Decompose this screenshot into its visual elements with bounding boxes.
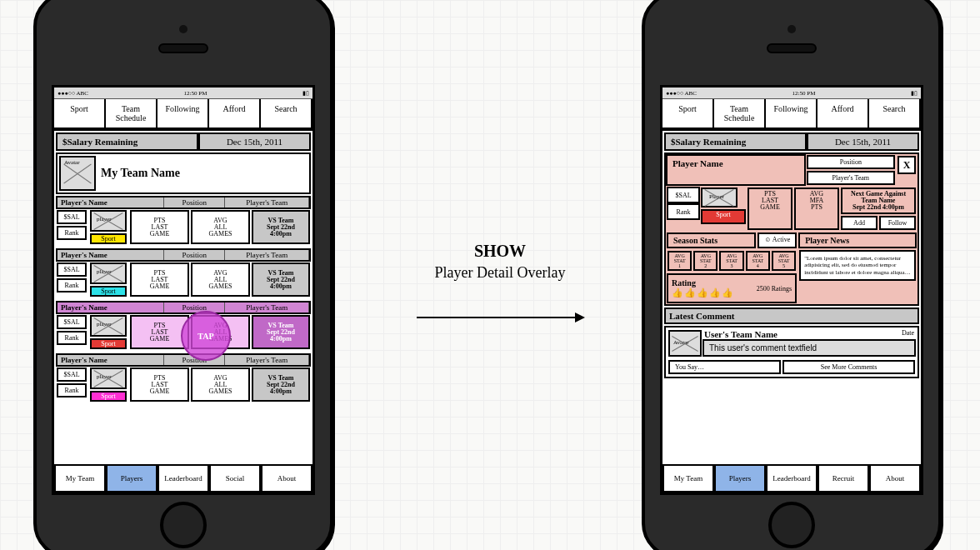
speaker	[767, 43, 817, 53]
avg-metric: AVG ALL GAMES	[191, 262, 250, 297]
player-row[interactable]: Player's Name Position Player's Team $SA…	[56, 196, 311, 245]
nav-my-team[interactable]: My Team	[662, 464, 714, 492]
nav-leaderboard[interactable]: Leaderboard	[158, 464, 209, 492]
rank-badge: Rank	[667, 203, 700, 220]
vs-team: VS Team Sept 22nd 4:00pm	[252, 368, 310, 402]
sal-badge: $SAL	[667, 187, 700, 203]
nav-social[interactable]: Social	[209, 464, 261, 492]
date-label: Dec 15th, 2011	[198, 132, 311, 151]
season-stats-title: Season Stats	[667, 232, 756, 248]
player-name: Player Name	[666, 154, 806, 186]
thumbs-icons: 👍👍👍👍👍	[672, 288, 734, 298]
speaker	[158, 43, 208, 53]
position-header: Position	[164, 250, 225, 260]
stat-pill: AVGSTAT3	[719, 251, 743, 271]
rank-badge: Rank	[57, 383, 87, 398]
player-row[interactable]: Player's Name Position Player's Team $SA…	[56, 301, 311, 350]
bottom-nav: My Team Players Leaderboard Social About	[54, 464, 312, 492]
team-name: My Team Name	[98, 154, 309, 192]
tab-following[interactable]: Following	[766, 99, 818, 129]
tab-team-schedule[interactable]: Team Schedule	[714, 99, 766, 129]
salary-remaining: $Salary Remaining	[56, 132, 198, 151]
tab-afford[interactable]: Afford	[818, 99, 869, 129]
tab-team-schedule[interactable]: Team Schedule	[106, 99, 158, 129]
date-label: Dec 15th, 2011	[807, 132, 919, 151]
position-header: Position	[164, 302, 225, 312]
close-button[interactable]: X	[898, 156, 916, 174]
add-button[interactable]: Add	[841, 216, 878, 230]
rank-badge: Rank	[57, 278, 87, 292]
annotation: SHOW Player Detail Overlay	[383, 242, 617, 282]
nav-about[interactable]: About	[869, 464, 921, 492]
player-name-header: Player's Name	[58, 250, 164, 260]
home-button[interactable]	[768, 502, 815, 548]
stat-pill: AVGSTAT5	[772, 251, 796, 271]
stat-pill: AVGSTAT1	[668, 251, 692, 271]
status-bar: ●●●○○ ABC 12:50 PM ▮▯	[662, 88, 921, 99]
follow-button[interactable]: Follow	[879, 216, 916, 230]
arrow-icon	[417, 317, 583, 318]
tab-sport[interactable]: Sport	[54, 99, 106, 129]
you-say-input[interactable]: You Say…	[668, 360, 781, 374]
sport-tag: Sport	[701, 209, 746, 224]
position-pill: Position	[807, 155, 895, 169]
vs-team: VS Team Sept 22nd 4:00pm	[252, 315, 310, 349]
sport-tag: Sport	[90, 233, 127, 244]
rating-count: 2500 Ratings	[757, 285, 792, 292]
home-button[interactable]	[160, 502, 207, 548]
tab-search[interactable]: Search	[869, 99, 921, 129]
team-header: Player's Team	[225, 250, 309, 260]
nav-about[interactable]: About	[261, 464, 312, 492]
active-badge: ☺ Active	[758, 232, 797, 248]
tab-following[interactable]: Following	[158, 99, 209, 129]
vs-team: VS Team Sept 22nd 4:00pm	[252, 262, 310, 297]
player-team-pill: Player's Team	[807, 171, 895, 185]
nav-players[interactable]: Players	[106, 464, 158, 492]
position-header: Position	[164, 198, 225, 208]
player-name-header: Player's Name	[58, 302, 164, 312]
sal-badge: $SAL	[57, 315, 87, 329]
tab-afford[interactable]: Afford	[209, 99, 261, 129]
nav-players[interactable]: Players	[714, 464, 766, 492]
player-avatar: player	[90, 368, 127, 389]
avg-metric: AVG ALL GAMES	[191, 210, 250, 244]
battery-icon: ▮▯	[911, 90, 918, 97]
screen-right: ●●●○○ ABC 12:50 PM ▮▯ Sport Team Schedul…	[660, 85, 923, 495]
player-avatar: player	[90, 262, 127, 284]
clock-label: 12:50 PM	[792, 90, 816, 97]
sport-tag: Sport	[90, 286, 127, 297]
sal-badge: $SAL	[57, 368, 87, 382]
avg-metric: AVG MFA PTS	[794, 188, 839, 230]
next-game: Next Game Against Team Name Sept 22nd 4:…	[841, 188, 916, 214]
sal-badge: $SAL	[57, 262, 87, 277]
stat-pill: AVGSTAT2	[693, 251, 718, 271]
sport-tag: Sport	[90, 338, 127, 349]
rating-label: Rating	[672, 278, 734, 288]
status-bar: ●●●○○ ABC 12:50 PM ▮▯	[54, 88, 312, 99]
player-row[interactable]: Player's Name Position Player's Team $SA…	[56, 248, 311, 298]
player-news-body: "Lorem ipsum dolor sit amet, consectetur…	[799, 250, 916, 281]
tab-search[interactable]: Search	[261, 99, 312, 129]
bottom-nav: My Team Players Leaderboard Recruit Abou…	[662, 464, 921, 492]
see-more-comments[interactable]: See More Comments	[782, 360, 915, 374]
battery-icon: ▮▯	[302, 90, 309, 97]
clock-label: 12:50 PM	[184, 90, 208, 97]
team-header: Player's Team	[225, 355, 309, 365]
player-row[interactable]: Player's Name Position Player's Team $SA…	[56, 353, 311, 402]
player-name-header: Player's Name	[58, 198, 164, 208]
tab-sport[interactable]: Sport	[662, 99, 714, 129]
carrier-label: ●●●○○ ABC	[58, 90, 88, 97]
phone-right: ●●●○○ ABC 12:50 PM ▮▯ Sport Team Schedul…	[642, 0, 942, 550]
screen-left: ●●●○○ ABC 12:50 PM ▮▯ Sport Team Schedul…	[52, 85, 315, 495]
nav-leaderboard[interactable]: Leaderboard	[766, 464, 818, 492]
nav-recruit[interactable]: Recruit	[818, 464, 869, 492]
latest-comment-title: Latest Comment	[664, 308, 919, 324]
top-nav: Sport Team Schedule Following Afford Sea…	[662, 99, 921, 131]
anno-title: SHOW	[383, 242, 617, 261]
sal-badge: $SAL	[57, 210, 87, 224]
tap-indicator: TAP	[181, 311, 231, 361]
player-avatar: player	[90, 210, 127, 232]
rank-badge: Rank	[57, 226, 87, 240]
comment-text	[702, 339, 916, 357]
nav-my-team[interactable]: My Team	[54, 464, 106, 492]
